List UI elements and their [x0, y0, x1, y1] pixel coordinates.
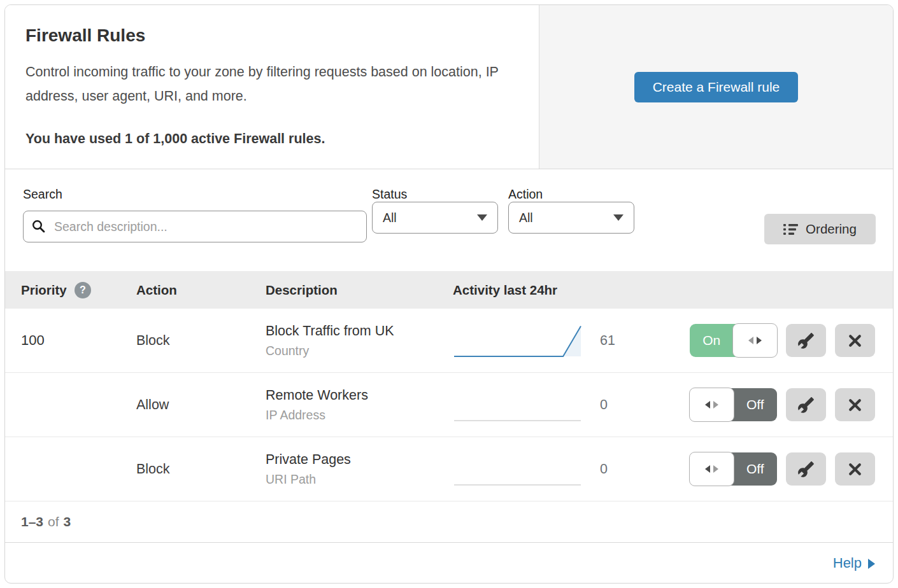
close-icon	[847, 461, 863, 477]
search-filter-group: Search	[23, 187, 367, 242]
table-header: Priority ? Action Description Activity l…	[5, 271, 893, 309]
edit-rule-button[interactable]	[786, 324, 826, 357]
rule-description: Remote Workers	[266, 388, 453, 403]
action-selected-value: All	[519, 211, 613, 225]
column-description: Description	[266, 283, 453, 298]
toggle-handle	[689, 388, 734, 422]
wrench-icon	[797, 332, 815, 349]
ordering-button[interactable]: Ordering	[764, 214, 876, 244]
search-input[interactable]	[23, 211, 367, 242]
chevron-down-icon	[613, 214, 624, 221]
page-title: Firewall Rules	[25, 25, 516, 46]
search-icon	[31, 219, 46, 234]
table-row: Allow Remote Workers IP Address 0 Off	[5, 373, 893, 437]
priority-help-icon[interactable]: ?	[75, 282, 91, 298]
header-text-panel: Firewall Rules Control incoming traffic …	[5, 5, 539, 169]
filter-bar: Search Status All Action All	[5, 169, 893, 271]
activity-sparkline	[453, 321, 583, 360]
rule-enable-toggle[interactable]: Off	[690, 388, 777, 421]
rule-match-type: URI Path	[266, 472, 453, 487]
help-link[interactable]: Help	[833, 555, 875, 571]
rule-enable-toggle[interactable]: Off	[690, 452, 777, 486]
page-description: Control incoming traffic to your zone by…	[25, 60, 516, 108]
action-label: Action	[508, 187, 634, 202]
status-label: Status	[372, 187, 498, 202]
delete-rule-button[interactable]	[835, 452, 875, 486]
chevron-down-icon	[477, 214, 487, 221]
ordering-list-icon	[783, 223, 798, 236]
rule-enable-toggle[interactable]: On	[690, 324, 777, 357]
action-value: Block	[136, 461, 266, 477]
table-row: 100 Block Block Traffic from UK Country …	[5, 309, 893, 373]
activity-count: 0	[600, 461, 608, 477]
status-filter-group: Status All	[372, 187, 498, 234]
edit-rule-button[interactable]	[786, 388, 826, 421]
firewall-rules-card: Firewall Rules Control incoming traffic …	[4, 4, 894, 584]
toggle-handle	[689, 452, 734, 486]
page-header: Firewall Rules Control incoming traffic …	[5, 5, 893, 169]
pagination-status: 1–3 of 3	[5, 501, 893, 543]
delete-rule-button[interactable]	[835, 388, 875, 421]
wrench-icon	[797, 396, 815, 414]
help-link-label: Help	[833, 555, 862, 571]
help-bar: Help	[5, 543, 893, 583]
column-action: Action	[136, 283, 266, 298]
activity-count: 61	[600, 333, 615, 349]
pagination-of: of	[48, 514, 59, 529]
action-select[interactable]: All	[508, 202, 634, 234]
action-value: Block	[136, 333, 266, 349]
activity-sparkline	[453, 386, 583, 424]
rule-match-type: IP Address	[266, 408, 453, 423]
toggle-handle	[732, 323, 778, 358]
pagination-range: 1–3	[21, 514, 43, 529]
action-filter-group: Action All	[508, 187, 634, 234]
close-icon	[847, 397, 863, 413]
usage-note: You have used 1 of 1,000 active Firewall…	[25, 131, 516, 147]
column-priority: Priority	[21, 283, 67, 298]
create-firewall-rule-button[interactable]: Create a Firewall rule	[634, 72, 799, 102]
toggle-state-label: Off	[734, 452, 778, 486]
arrow-right-icon	[868, 559, 875, 569]
action-value: Allow	[136, 397, 266, 413]
status-select[interactable]: All	[372, 202, 498, 234]
status-selected-value: All	[383, 211, 477, 225]
pagination-total: 3	[64, 514, 71, 529]
rule-description: Private Pages	[266, 452, 453, 468]
toggle-state-label: On	[690, 324, 734, 357]
header-action-panel: Create a Firewall rule	[539, 5, 893, 169]
activity-count: 0	[600, 397, 608, 413]
close-icon	[847, 333, 863, 349]
activity-sparkline	[453, 450, 583, 488]
column-activity: Activity last 24hr	[453, 283, 893, 298]
delete-rule-button[interactable]	[835, 324, 875, 357]
priority-value: 100	[21, 332, 136, 349]
rule-match-type: Country	[266, 344, 453, 358]
rule-description: Block Traffic from UK	[266, 323, 453, 339]
toggle-state-label: Off	[734, 388, 778, 421]
ordering-button-label: Ordering	[806, 221, 857, 237]
edit-rule-button[interactable]	[786, 452, 826, 486]
table-row: Block Private Pages URI Path 0 Off	[5, 437, 893, 501]
wrench-icon	[797, 461, 815, 478]
search-label: Search	[23, 187, 367, 202]
